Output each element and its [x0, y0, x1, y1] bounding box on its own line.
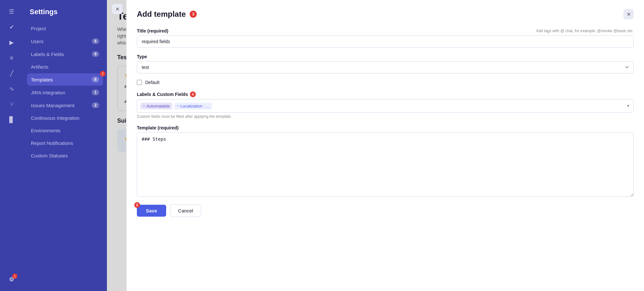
labels-badge: 9	[92, 51, 99, 57]
modal-overlay: ✕ Add template 3 ✕ Title (required) Add …	[107, 0, 644, 291]
title-hint: Add tags with @ char, for example: @smok…	[536, 29, 634, 33]
sidebar-item-issues[interactable]: Issues Management 2	[27, 99, 103, 111]
template-textarea[interactable]: ### Steps	[137, 132, 634, 197]
issues-badge: 2	[92, 102, 99, 108]
tag-localization[interactable]: × Localization : ...	[174, 103, 212, 109]
type-select[interactable]: test suite	[137, 61, 634, 73]
cancel-button[interactable]: Cancel	[170, 204, 201, 217]
panel-close-area: ✕	[107, 0, 126, 291]
sidebar-item-report-notifications[interactable]: Report Notifications	[27, 137, 103, 149]
icon-bar: ☰ ✓ ▶ ≡ ╱ ∿ ⑂ ▊ ⚙ 1	[0, 0, 23, 291]
tag-automatable[interactable]: × Automatable	[140, 103, 172, 109]
labels-custom-fields-label: Labels & Custom Fields 4	[137, 91, 634, 97]
modal-header: Add template 3 ✕	[137, 9, 634, 19]
settings-icon[interactable]: ⚙ 1	[5, 273, 18, 286]
labels-field-hint: Custom fields must be filled after apply…	[137, 114, 634, 119]
sidebar-item-labels-fields[interactable]: Labels & Fields 9	[27, 48, 103, 60]
add-template-modal: Add template 3 ✕ Title (required) Add ta…	[126, 0, 644, 291]
sidebar: Settings Project Users 6 Labels & Fields…	[23, 0, 107, 291]
type-field-label: Type	[137, 54, 634, 59]
sidebar-item-ci[interactable]: Continuous Integration	[27, 112, 103, 124]
menu-icon[interactable]: ☰	[5, 5, 18, 18]
templates-badge: 6	[92, 77, 99, 82]
modal-close-button[interactable]: ✕	[623, 9, 634, 19]
panel-close-button[interactable]: ✕	[112, 4, 122, 14]
list-icon[interactable]: ≡	[5, 52, 18, 64]
sidebar-title: Settings	[27, 5, 103, 23]
settings-badge: 1	[12, 274, 17, 279]
main-content: Templates When creating a new test or a …	[107, 0, 644, 291]
sidebar-item-templates[interactable]: Templates 6 2	[27, 73, 103, 86]
sidebar-item-jira[interactable]: JIRA Integration 1	[27, 86, 103, 99]
save-button-badge: 5	[134, 202, 140, 208]
bar-chart-icon[interactable]: ▊	[5, 113, 18, 126]
tags-container[interactable]: × Automatable × Localization : ... ▼	[137, 99, 634, 113]
modal-title: Add template	[137, 10, 186, 19]
play-icon[interactable]: ▶	[5, 36, 18, 49]
default-checkbox-label[interactable]: Default	[145, 80, 159, 85]
labels-field-badge: 4	[190, 91, 196, 97]
labels-custom-fields-row: Labels & Custom Fields 4 × Automatable ×…	[137, 91, 634, 119]
title-field-row: Title (required) Add tags with @ char, f…	[137, 28, 634, 48]
sidebar-item-project[interactable]: Project	[27, 23, 103, 34]
default-checkbox[interactable]	[137, 80, 142, 85]
users-badge: 6	[92, 38, 99, 44]
modal-title-badge: 3	[190, 11, 197, 18]
form-actions: 5 Save Cancel	[137, 204, 634, 217]
sidebar-item-users[interactable]: Users 6	[27, 35, 103, 47]
sidebar-item-artifacts[interactable]: Artifacts	[27, 61, 103, 73]
save-button[interactable]: 5 Save	[137, 205, 166, 217]
title-field-label: Title (required) Add tags with @ char, f…	[137, 28, 634, 33]
sidebar-item-custom-statuses[interactable]: Custom Statuses	[27, 150, 103, 162]
template-field-label: Template (required)	[137, 125, 634, 130]
sidebar-item-environments[interactable]: Environments	[27, 125, 103, 136]
type-field-row: Type test suite	[137, 54, 634, 73]
default-checkbox-row: Default	[137, 80, 634, 85]
template-field-row: Template (required) ### Steps	[137, 125, 634, 198]
analytics-icon[interactable]: ∿	[5, 82, 18, 95]
title-input[interactable]	[137, 35, 634, 48]
git-icon[interactable]: ⑂	[5, 98, 18, 111]
jira-badge: 1	[92, 89, 99, 95]
check-icon[interactable]: ✓	[5, 21, 18, 33]
tag-localization-remove[interactable]: ×	[177, 104, 179, 108]
tags-dropdown-icon[interactable]: ▼	[626, 104, 630, 108]
chart-line-icon[interactable]: ╱	[5, 67, 18, 80]
tag-automatable-remove[interactable]: ×	[143, 104, 145, 108]
templates-outer-badge: 2	[100, 71, 106, 77]
